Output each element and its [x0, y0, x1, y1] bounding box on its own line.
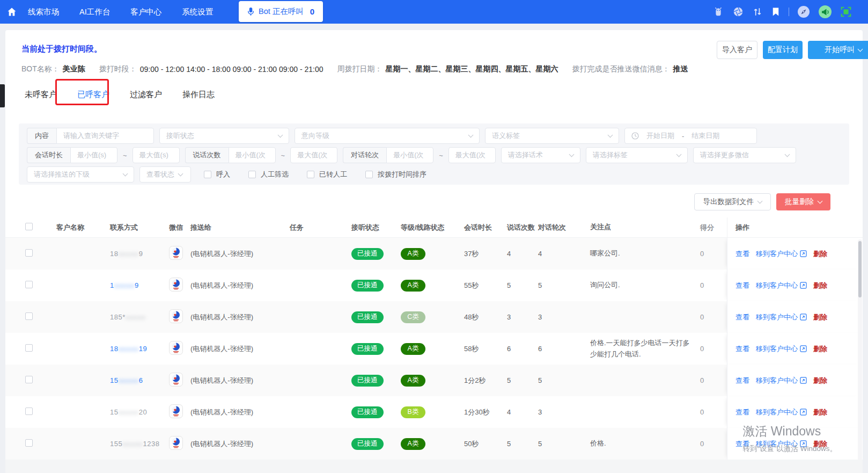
configure-plan-button[interactable]: 配置计划 [763, 41, 803, 59]
delete-link[interactable]: 删除 [813, 249, 827, 259]
vertical-scrollbar[interactable] [858, 239, 862, 473]
filter-checkbox[interactable]: 已转人工 [307, 170, 347, 179]
phone-number[interactable]: 185*●●●●● [110, 313, 146, 321]
move-icon[interactable] [800, 440, 807, 447]
tab-called-customers[interactable]: 已呼客户 [74, 88, 113, 102]
view-link[interactable]: 查看 [735, 439, 749, 449]
wechat-logo-icon[interactable] [169, 436, 183, 450]
rounds-max-input[interactable]: 最大值(次 [448, 147, 496, 163]
view-link[interactable]: 查看 [735, 281, 749, 290]
checkbox-icon[interactable] [248, 171, 256, 178]
bot-calling-pill[interactable]: Bot 正在呼叫 0 [239, 1, 323, 22]
more-wechat-select[interactable]: 请选择更多微信 [693, 147, 796, 163]
move-icon[interactable] [800, 345, 807, 352]
move-to-customer-center-link[interactable]: 移到客户中心 [756, 407, 798, 417]
row-checkbox[interactable] [25, 407, 33, 415]
phone-number[interactable]: 1●●●●●9 [110, 281, 139, 289]
tab-uncalled-customers[interactable]: 未呼客户 [21, 88, 60, 102]
wechat-logo-icon[interactable] [169, 309, 183, 323]
date-range-picker[interactable]: 开始日期 - 结束日期 [624, 128, 757, 144]
row-checkbox[interactable] [25, 439, 33, 447]
script-select[interactable]: 请选择话术 [501, 147, 580, 163]
rounds-min-input[interactable]: 最小值(次 [386, 147, 433, 163]
move-to-customer-center-link[interactable]: 移到客户中心 [756, 344, 798, 354]
view-status-select[interactable]: 查看状态 [139, 166, 191, 183]
view-link[interactable]: 查看 [735, 312, 749, 322]
delete-link[interactable]: 删除 [813, 439, 827, 449]
phone-number[interactable]: 155●●●●●1238 [110, 440, 159, 448]
speak-max-input[interactable]: 最大值(次 [290, 147, 337, 163]
row-checkbox[interactable] [25, 312, 33, 320]
phone-number[interactable]: 15●●●●●20 [110, 408, 147, 416]
view-link[interactable]: 查看 [735, 407, 749, 417]
import-customers-button[interactable]: 导入客户 [717, 41, 757, 59]
delete-link[interactable]: 删除 [813, 281, 827, 290]
batch-delete-button[interactable]: 批量删除 [776, 193, 830, 210]
filter-checkbox[interactable]: 呼入 [204, 170, 230, 179]
screenshot-icon[interactable] [840, 6, 852, 18]
wechat-logo-icon[interactable] [169, 404, 183, 418]
content-keyword-input[interactable]: 请输入查询关键字 [56, 128, 154, 144]
row-checkbox[interactable] [25, 281, 33, 288]
chevron-down-icon [784, 152, 790, 157]
answer-status-select[interactable]: 接听状态 [159, 128, 289, 144]
checkbox-icon[interactable] [365, 171, 373, 178]
duration-min-input[interactable]: 最小值(s) [70, 147, 117, 163]
move-icon[interactable] [800, 409, 807, 416]
intent-level-select[interactable]: 意向等级 [295, 128, 480, 144]
nav-item-customer-center[interactable]: 客户中心 [130, 7, 161, 17]
phone-number[interactable]: 15●●●●●6 [110, 376, 143, 384]
home-icon[interactable] [6, 6, 17, 17]
phone-number[interactable]: 18●●●●●9 [110, 250, 143, 258]
move-to-customer-center-link[interactable]: 移到客户中心 [756, 312, 798, 322]
move-icon[interactable] [800, 314, 807, 321]
scrollbar-thumb[interactable] [858, 241, 862, 297]
delete-link[interactable]: 删除 [813, 376, 827, 385]
phone-number[interactable]: 18●●●●●19 [110, 345, 147, 353]
view-link[interactable]: 查看 [735, 376, 749, 385]
delete-link[interactable]: 删除 [813, 312, 827, 322]
nav-item-lead-market[interactable]: 线索市场 [28, 7, 59, 17]
delete-link[interactable]: 删除 [813, 407, 827, 417]
row-checkbox[interactable] [25, 249, 33, 257]
sort-arrows-icon[interactable] [752, 6, 763, 17]
filter-checkbox[interactable]: 人工筛选 [248, 170, 289, 179]
wechat-logo-icon[interactable] [169, 246, 183, 260]
wechat-logo-icon[interactable] [169, 373, 183, 387]
move-icon[interactable] [800, 377, 807, 384]
wechat-logo-icon[interactable] [169, 278, 183, 292]
blurred-digits: ●●●●● [118, 409, 138, 416]
duration-max-input[interactable]: 最大值(s) [133, 147, 180, 163]
view-link[interactable]: 查看 [735, 249, 749, 259]
move-to-customer-center-link[interactable]: 移到客户中心 [756, 439, 798, 449]
semantic-tag-select[interactable]: 语义标签 [485, 128, 619, 144]
checkbox-icon[interactable] [307, 171, 314, 178]
select-all-checkbox[interactable] [25, 223, 33, 230]
wechat-logo-icon[interactable] [169, 341, 183, 355]
row-checkbox[interactable] [25, 376, 33, 383]
compass-icon[interactable] [797, 5, 810, 18]
delete-link[interactable]: 删除 [813, 344, 827, 354]
nav-item-ai-workbench[interactable]: AI工作台 [79, 7, 110, 17]
android-icon[interactable] [712, 6, 724, 18]
export-data-button[interactable]: 导出数据到文件 [694, 193, 771, 210]
nav-item-system-settings[interactable]: 系统设置 [182, 7, 213, 17]
start-call-button[interactable]: 开始呼叫 [808, 41, 868, 59]
move-to-customer-center-link[interactable]: 移到客户中心 [756, 249, 798, 259]
speak-min-input[interactable]: 最小值(次 [229, 147, 276, 163]
bookmark-icon[interactable] [771, 6, 781, 17]
move-to-customer-center-link[interactable]: 移到客户中心 [756, 376, 798, 385]
push-subordinate-select[interactable]: 请选择推送的下级 [27, 166, 134, 183]
tag-select[interactable]: 请选择标签 [586, 147, 688, 163]
tab-filtered-customers[interactable]: 过滤客户 [127, 88, 165, 102]
tab-operation-log[interactable]: 操作日志 [179, 88, 218, 102]
view-link[interactable]: 查看 [735, 344, 749, 354]
filter-checkbox[interactable]: 按拨打时间排序 [365, 170, 426, 179]
move-to-customer-center-link[interactable]: 移到客户中心 [756, 281, 798, 290]
megaphone-icon[interactable] [818, 5, 832, 19]
move-icon[interactable] [800, 250, 807, 257]
aperture-icon[interactable] [732, 6, 744, 18]
checkbox-icon[interactable] [204, 171, 211, 178]
move-icon[interactable] [800, 282, 807, 289]
row-checkbox[interactable] [25, 344, 33, 352]
